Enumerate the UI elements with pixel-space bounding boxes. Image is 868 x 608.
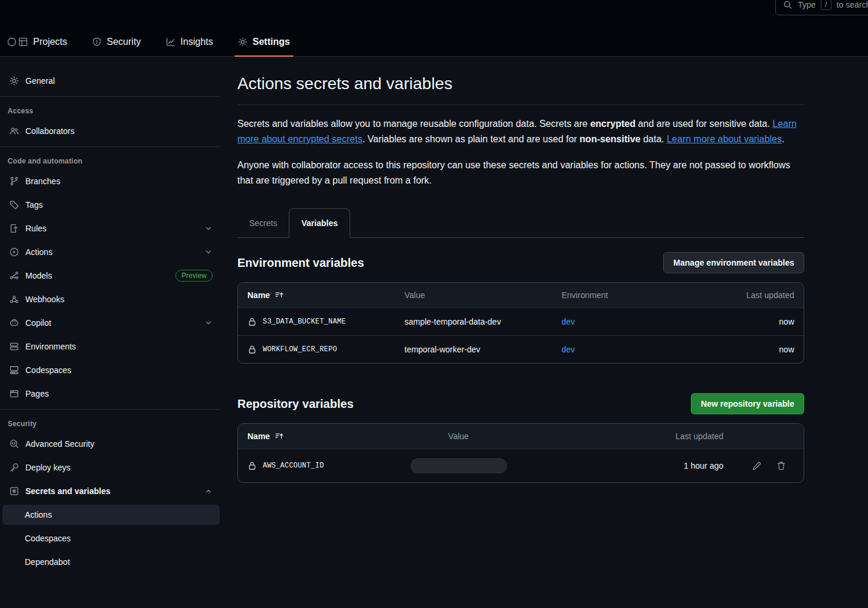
- table-row: S3_DATA_BUCKET_NAME sample-temporal-data…: [238, 308, 804, 335]
- table-row: WORKFLOW_ECR_REPO temporal-worker-dev de…: [238, 335, 804, 363]
- lock-icon: [247, 461, 257, 470]
- tab-variables[interactable]: Variables: [289, 208, 350, 238]
- sidebar-item-label: Secrets and variables: [25, 486, 204, 496]
- variable-name: S3_DATA_BUCKET_NAME: [263, 318, 346, 326]
- settings-sidebar: General Access Collaborators Code and au…: [0, 57, 220, 576]
- environment-variables-heading: Environment variables: [237, 256, 364, 270]
- new-repository-variable-button[interactable]: New repository variable: [691, 393, 804, 414]
- tab-projects[interactable]: Projects: [15, 28, 71, 56]
- delete-variable-button[interactable]: [776, 461, 786, 470]
- link-variables[interactable]: Learn more about variables: [667, 134, 782, 144]
- sidebar-subitem-label: Dependabot: [25, 557, 70, 567]
- sidebar-subitem-dependabot[interactable]: Dependabot: [2, 552, 220, 572]
- sidebar-item-tags[interactable]: Tags: [2, 195, 220, 215]
- search-placeholder-prefix: Type: [798, 0, 815, 9]
- fork-warning-paragraph: Anyone with collaborator access to this …: [237, 158, 804, 188]
- sidebar-item-branches[interactable]: Branches: [2, 171, 220, 191]
- environment-link[interactable]: dev: [562, 345, 575, 354]
- edit-variable-button[interactable]: [752, 461, 761, 470]
- sidebar-item-environments[interactable]: Environments: [2, 336, 220, 357]
- sidebar-item-collaborators[interactable]: Collaborators: [2, 121, 220, 141]
- intro-text: data.: [641, 134, 667, 144]
- column-header-value: Value: [404, 290, 562, 300]
- last-updated: now: [706, 345, 794, 354]
- global-search-input[interactable]: Type / to search: [775, 0, 868, 15]
- sidebar-item-label: Tags: [25, 200, 213, 210]
- sidebar-item-label: Codespaces: [25, 365, 213, 375]
- sidebar-item-secrets-and-variables[interactable]: Secrets and variables: [2, 481, 220, 501]
- sidebar-divider: [0, 146, 220, 147]
- environment-link[interactable]: dev: [562, 317, 575, 326]
- preview-badge: Preview: [175, 270, 213, 282]
- lock-icon: [247, 317, 257, 326]
- sidebar-item-pages[interactable]: Pages: [2, 384, 220, 404]
- graph-icon: [166, 37, 175, 47]
- sidebar-item-label: General: [25, 76, 213, 86]
- column-header-value: Value: [395, 432, 522, 441]
- column-header-environment: Environment: [562, 290, 706, 300]
- slash-key-hint: /: [821, 0, 831, 10]
- sidebar-heading-access: Access: [2, 102, 220, 121]
- repository-variables-table: Name Value Last updated AWS_ACCOUNT_ID: [237, 423, 804, 483]
- last-updated: 1 hour ago: [522, 461, 723, 470]
- sidebar-item-copilot[interactable]: Copilot: [2, 313, 220, 333]
- variable-value: sample-temporal-data-dev: [404, 317, 562, 326]
- column-header-name: Name: [247, 432, 270, 441]
- codescan-icon: [9, 439, 19, 449]
- intro-bold-non-sensitive: non-sensitive: [580, 134, 641, 144]
- tab-insights[interactable]: Insights: [162, 28, 217, 56]
- sidebar-item-label: Branches: [25, 176, 213, 186]
- sidebar-item-general[interactable]: General: [2, 71, 220, 91]
- sidebar-item-label: Models: [25, 271, 175, 280]
- copilot-icon: [9, 318, 19, 328]
- sidebar-item-actions[interactable]: Actions: [2, 242, 220, 262]
- gear-icon: [238, 37, 247, 47]
- sidebar-subitem-label: Actions: [25, 510, 52, 519]
- sidebar-item-rules[interactable]: Rules: [2, 218, 220, 238]
- sort-ascending-icon[interactable]: [275, 290, 284, 300]
- sidebar-item-label: Advanced Security: [25, 439, 213, 449]
- repository-variables-heading: Repository variables: [237, 397, 354, 411]
- chevron-down-icon: [204, 224, 213, 233]
- sidebar-item-label: Pages: [25, 389, 213, 398]
- sidebar-item-deploy-keys[interactable]: Deploy keys: [2, 457, 220, 478]
- intro-text: . Variables are shown as plain text and …: [363, 134, 580, 144]
- chevron-down-icon: [204, 319, 213, 327]
- sidebar-item-codespaces[interactable]: Codespaces: [2, 360, 220, 380]
- sidebar-subitem-codespaces[interactable]: Codespaces: [2, 528, 220, 548]
- manage-environment-variables-button[interactable]: Manage environment variables: [663, 252, 804, 273]
- git-branch-icon: [9, 176, 19, 186]
- trash-icon: [776, 461, 786, 470]
- sidebar-subitem-label: Codespaces: [25, 534, 71, 543]
- table-header-row: Name Value Last updated: [238, 424, 804, 449]
- sidebar-divider: [0, 409, 220, 410]
- secrets-variables-tabnav: Secrets Variables: [237, 208, 804, 238]
- gear-icon: [9, 76, 19, 86]
- sidebar-item-advanced-security[interactable]: Advanced Security: [2, 434, 220, 454]
- table-row: AWS_ACCOUNT_ID 1 hour ago: [238, 449, 804, 482]
- key-icon: [9, 463, 19, 472]
- asterisk-box-icon: [9, 486, 19, 496]
- tab-settings[interactable]: Settings: [234, 28, 293, 56]
- sidebar-subitem-actions[interactable]: Actions: [2, 505, 220, 525]
- repo-tab-nav: Projects Security Insights Settings: [15, 28, 293, 56]
- model-network-icon: [9, 271, 19, 280]
- sort-ascending-icon[interactable]: [275, 432, 284, 441]
- server-icon: [9, 342, 19, 351]
- variable-name: AWS_ACCOUNT_ID: [263, 462, 324, 470]
- tab-secrets[interactable]: Secrets: [237, 209, 289, 237]
- rules-icon: [9, 224, 19, 233]
- project-icon: [18, 37, 28, 47]
- page-title: Actions secrets and variables: [237, 74, 804, 93]
- sidebar-item-label: Copilot: [25, 318, 204, 328]
- tab-security[interactable]: Security: [89, 28, 145, 56]
- sidebar-item-label: Environments: [25, 342, 213, 351]
- sidebar-item-label: Webhooks: [25, 295, 213, 304]
- sidebar-item-label: Deploy keys: [25, 463, 213, 472]
- repo-header: Type / to search Projects Security Insig…: [0, 0, 868, 57]
- sidebar-item-webhooks[interactable]: Webhooks: [2, 289, 220, 309]
- sidebar-item-models[interactable]: Models Preview: [2, 266, 220, 286]
- play-icon: [9, 247, 19, 257]
- tab-label: Projects: [33, 37, 67, 47]
- intro-text: .: [782, 134, 784, 144]
